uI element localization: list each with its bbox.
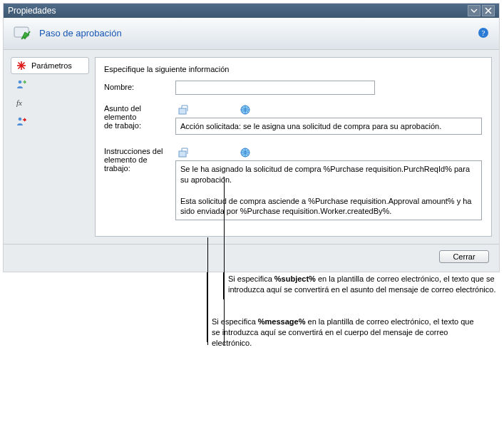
subject-toolbar [175,102,483,118]
window-title: Propiedades [8,6,466,16]
dropdown-button[interactable] [468,5,480,16]
annotation-message: Si especifica %message% en la plantilla … [212,317,483,349]
annotation-subject: Si especifica %subject% en la plantilla … [228,274,499,295]
svg-point-9 [19,118,22,121]
tab-condition[interactable]: fx [11,94,89,111]
side-tabs: Parámetros fx [11,57,89,237]
properties-window: Propiedades Paso de aprobación ? [3,3,500,272]
row-name: Nombre: [104,81,483,95]
insert-placeholder-icon[interactable] [178,104,190,115]
subject-input[interactable]: Acción solicitada: se le asigna una soli… [175,118,482,135]
instructions-label-l1: Instrucciones del [104,147,175,155]
titlebar: Propiedades [4,4,499,18]
step-title: Paso de aprobación [39,28,122,38]
subject-label-l1: Asunto del elemento [104,104,175,121]
name-label: Nombre: [104,81,175,91]
globe-icon[interactable] [240,104,251,115]
asterisk-icon [16,60,27,71]
tab-parameters[interactable]: Parámetros [11,57,89,74]
form-panel: Especifique la siguiente información Nom… [95,57,492,237]
tab-assignment[interactable] [11,76,89,93]
help-icon[interactable]: ? [478,27,489,38]
user-red-arrow-icon [16,115,27,127]
body-area: Parámetros fx Especifique la siguiente i… [4,50,499,244]
svg-text:fx: fx [16,98,22,107]
svg-text:?: ? [482,29,485,37]
subject-label-l2: de trabajo: [104,121,175,130]
row-instructions: Instrucciones del elemento de trabajo: S… [104,145,483,220]
instructions-label-l2: elemento de trabajo: [104,155,175,173]
svg-point-7 [19,81,22,84]
close-dialog-button[interactable]: Cerrar [439,250,489,263]
annotations: Si especifica %subject% en la plantilla … [3,272,500,376]
instructions-input[interactable]: Se le ha asignado la solicitud de compra… [175,160,482,220]
tab-escalation[interactable] [11,113,89,130]
globe-icon[interactable] [240,147,251,158]
approval-step-icon [14,25,34,41]
instructions-toolbar [175,145,483,160]
row-subject: Asunto del elemento de trabajo: Acción s… [104,102,483,135]
user-arrow-icon [16,78,27,90]
form-intro: Especifique la siguiente información [104,65,483,73]
close-button[interactable] [482,5,495,16]
tab-parameters-label: Parámetros [31,61,72,70]
name-input[interactable] [175,81,375,95]
svg-rect-12 [179,151,186,157]
header-strip: Paso de aprobación ? [4,18,499,50]
svg-rect-10 [179,108,186,114]
fx-icon: fx [16,97,27,108]
footer: Cerrar [4,244,499,272]
insert-placeholder-icon[interactable] [178,147,190,158]
